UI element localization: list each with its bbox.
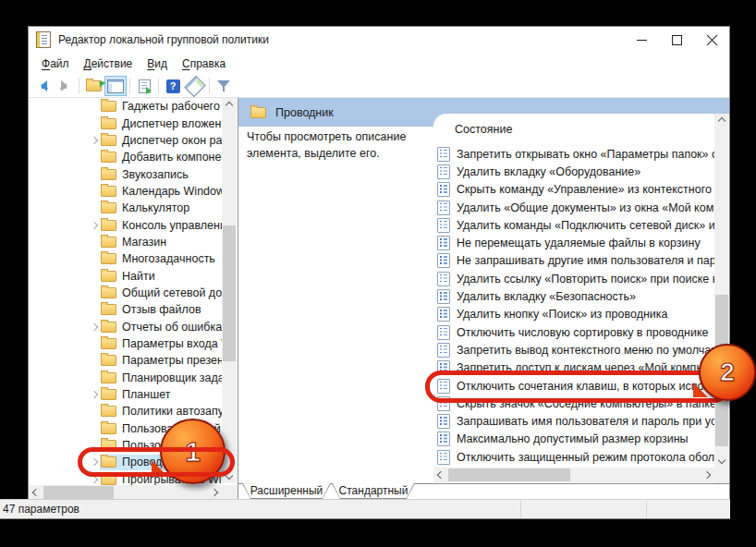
setting-row[interactable]: Удалить кнопку «Поиск» из проводника: [433, 306, 714, 323]
gpedit-window: Редактор локальной групповой политики Фа…: [28, 26, 730, 519]
tree-item[interactable]: Звукозапись: [29, 165, 222, 182]
setting-row[interactable]: Удалить «Общие документы» из окна «Мой к…: [433, 199, 714, 216]
setting-row[interactable]: Удалить вкладку «Оборудование»: [433, 163, 714, 180]
tree-item[interactable]: Политики автозапу: [29, 403, 222, 419]
folder-icon: [101, 169, 116, 180]
folder-icon: [101, 118, 116, 129]
tree-item[interactable]: Параметры презент: [29, 352, 222, 369]
expand-chevron-icon[interactable]: [88, 477, 100, 482]
scroll-down-arrow[interactable]: [714, 453, 729, 468]
toolbar-separator: [129, 78, 130, 94]
forward-button[interactable]: [54, 76, 76, 96]
tab-standard[interactable]: Стандартный: [332, 483, 415, 499]
policy-icon: [437, 307, 450, 322]
list-vscrollbar[interactable]: [714, 114, 729, 468]
tree-hscrollbar[interactable]: [29, 485, 222, 500]
title-bar[interactable]: Редактор локальной групповой политики: [29, 27, 729, 53]
scroll-thumb[interactable]: [223, 225, 236, 361]
tree-item[interactable]: Общий сетевой дос: [29, 285, 222, 301]
tree-item[interactable]: Консоль управлени: [29, 216, 222, 233]
folder-icon: [101, 237, 116, 248]
show-console-tree-button[interactable]: [104, 76, 127, 96]
close-button[interactable]: [694, 27, 729, 53]
minimize-icon: [637, 40, 647, 41]
expand-chevron-icon[interactable]: [88, 138, 100, 143]
tree-item[interactable]: Планировщик зада: [29, 370, 222, 386]
tree-item[interactable]: Отзыв файлов: [29, 301, 222, 318]
tree-item[interactable]: Многозадачность: [29, 250, 222, 267]
filter-icon: [216, 79, 231, 92]
tree-item[interactable]: Гаджеты рабочего с: [29, 98, 222, 115]
scroll-left-arrow[interactable]: [433, 468, 448, 482]
scroll-right-arrow[interactable]: [207, 485, 222, 500]
tree-item[interactable]: Диспетчер вложени: [29, 115, 222, 131]
setting-row[interactable]: Не перемещать удаляемые файлы в корзину: [433, 234, 714, 251]
show-action-pane-button[interactable]: [184, 76, 206, 96]
description-text: Чтобы просмотреть описание элемента, выд…: [247, 128, 432, 162]
callout-step-2: 2: [699, 344, 756, 401]
scroll-left-arrow[interactable]: [29, 485, 43, 500]
policy-icon: [437, 325, 450, 340]
scroll-thumb[interactable]: [43, 486, 114, 499]
folder-icon: [101, 135, 116, 146]
setting-row[interactable]: Отключить защищенный режим протокола обо…: [433, 448, 714, 466]
setting-row[interactable]: Скрыть команду «Управление» из контекстн…: [433, 181, 714, 199]
scroll-right-arrow[interactable]: [700, 468, 714, 482]
back-arrow-icon: [35, 80, 51, 91]
maximize-button[interactable]: [659, 27, 694, 53]
setting-row[interactable]: Запрашивать имя пользователя и пароль пр…: [433, 412, 714, 430]
tree-item[interactable]: Магазин: [29, 234, 222, 250]
category-title: Проводник: [275, 106, 334, 119]
tree-item[interactable]: Диспетчер окон ра: [29, 132, 222, 149]
tree-item[interactable]: Калькулятор: [29, 200, 222, 216]
status-divider: [520, 501, 521, 517]
back-button[interactable]: [31, 76, 54, 96]
folder-up-icon: [86, 80, 102, 91]
help-button[interactable]: ?: [162, 76, 184, 96]
menu-file[interactable]: Файл: [34, 55, 77, 73]
list-hscrollbar[interactable]: [433, 468, 714, 482]
setting-row[interactable]: Удалить вкладку «Безопасность»: [433, 287, 714, 305]
setting-row[interactable]: Не запрашивать другие имя пользователя и…: [433, 252, 714, 270]
expand-chevron-icon[interactable]: [88, 392, 100, 397]
menu-action[interactable]: Действие: [77, 55, 140, 73]
expand-chevron-icon[interactable]: [88, 223, 100, 228]
minimize-button[interactable]: [624, 27, 659, 53]
setting-row[interactable]: Запретить вывод контекстного меню по умо…: [433, 341, 714, 359]
highlight-ellipse-provodnik: [78, 447, 235, 477]
close-icon: [706, 34, 718, 46]
scroll-thumb[interactable]: [448, 468, 570, 481]
tree-item[interactable]: Параметры входа W: [29, 335, 222, 352]
highlight-ellipse-shortcut-policy: [425, 371, 730, 403]
tree-item[interactable]: Планшет: [29, 386, 222, 403]
folder-icon: [101, 322, 116, 333]
column-header-state[interactable]: Состояние: [455, 123, 512, 136]
tree-vscrollbar[interactable]: [222, 98, 237, 483]
expand-chevron-icon[interactable]: [88, 324, 100, 330]
folder-icon: [101, 202, 116, 213]
filter-button[interactable]: [213, 76, 235, 96]
setting-row[interactable]: Удалить команды «Подключить сетевой диск…: [433, 216, 714, 234]
up-one-level-button[interactable]: [82, 76, 104, 96]
scroll-up-arrow[interactable]: [714, 114, 729, 128]
tab-extended[interactable]: Расширенный: [242, 483, 331, 499]
menu-help[interactable]: Справка: [175, 55, 233, 73]
setting-row[interactable]: Запретить открывать окно «Параметры папо…: [433, 145, 714, 163]
folder-icon: [101, 406, 116, 417]
menu-view[interactable]: Вид: [140, 55, 175, 73]
menu-bar: Файл Действие Вид Справка: [29, 53, 729, 75]
scroll-up-arrow[interactable]: [222, 98, 237, 113]
tree-item[interactable]: Отчеты об ошибках: [29, 318, 222, 334]
folder-icon: [101, 372, 116, 383]
setting-row[interactable]: Удалить ссылку «Повторить поиск» при пои…: [433, 270, 714, 287]
export-list-button[interactable]: [133, 76, 155, 96]
scrollbar-corner: [222, 485, 238, 500]
tree-item[interactable]: Найти: [29, 267, 222, 284]
screenshot-canvas: Редактор локальной групповой политики Фа…: [0, 0, 756, 547]
tree-item[interactable]: Добавить компонен: [29, 149, 222, 165]
folder-icon: [101, 423, 116, 434]
setting-row[interactable]: Максимально допустимый размер корзины: [433, 431, 714, 448]
folder-icon: [101, 271, 116, 282]
tree-item[interactable]: Календарь Windows: [29, 183, 222, 200]
setting-row[interactable]: Отключить числовую сортировку в проводни…: [433, 323, 714, 341]
